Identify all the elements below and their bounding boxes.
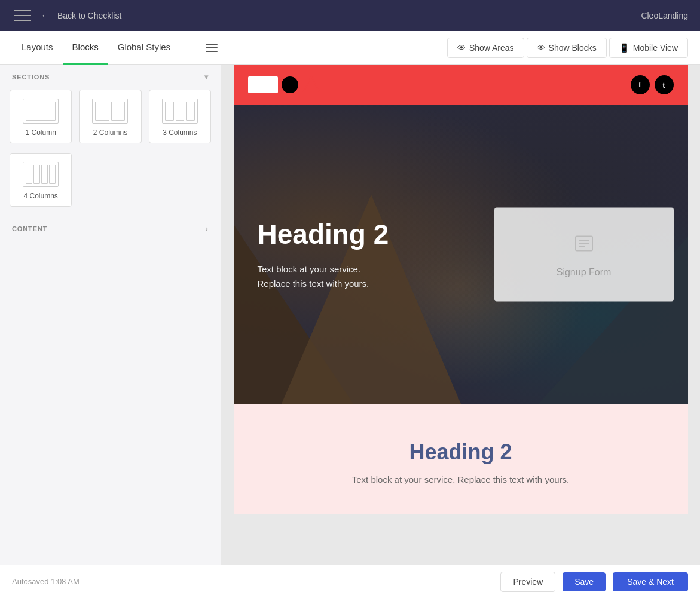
chevron-down-icon: ▾ [204,73,209,81]
sections-header[interactable]: SECTIONS ▾ [0,65,221,90]
tab-global-styles[interactable]: Global Styles [108,31,180,65]
autosave-status: Autosaved 1:08 AM [12,577,80,586]
mobile-view-button[interactable]: 📱 Mobile View [609,38,688,58]
layout-4-columns[interactable]: 4 Columns [10,153,72,207]
hamburger-menu-icon[interactable] [202,38,221,57]
layout-grid-row2: 4 Columns [0,153,221,216]
hero-text: Text block at your service.Replace this … [258,262,437,291]
social-icons: f t [631,75,674,94]
layout-grid: 1 Column 2 Columns 3 Columns [0,90,221,153]
layout-3-columns[interactable]: 3 Columns [149,90,211,143]
tab-layouts[interactable]: Layouts [12,31,63,65]
preview-button[interactable]: Preview [500,572,555,592]
editor-toolbar: Layouts Blocks Global Styles 👁 Show Area… [0,31,700,65]
logo-triangle-icon [302,75,321,94]
twitter-icon: t [655,75,674,94]
back-to-checklist-link[interactable]: Back to Checklist [57,11,121,20]
canvas-area: f t Heading 2 Text block at your service… [221,65,700,565]
signup-form-label: Signup Form [557,267,612,278]
eye-blocks-icon: 👁 [537,43,545,53]
canvas-pink-section: Heading 2 Text block at your service. Re… [234,404,688,514]
pink-heading: Heading 2 [258,440,664,465]
content-section-header[interactable]: CONTENT › [0,216,221,241]
layout-2-columns[interactable]: 2 Columns [79,90,141,143]
facebook-icon: f [631,75,650,94]
logo-rectangle [248,76,278,93]
toolbar-tabs: Layouts Blocks Global Styles [12,31,180,65]
signup-form-placeholder: Signup Form [494,208,674,302]
top-navigation: ← Back to Checklist CleoLanding [0,0,700,31]
hero-heading: Heading 2 [258,218,437,250]
tab-blocks[interactable]: Blocks [63,31,108,65]
eye-areas-icon: 👁 [457,43,466,53]
form-icon [572,232,596,261]
chevron-right-icon: › [206,225,209,233]
site-logo [248,75,321,94]
save-and-next-button[interactable]: Save & Next [613,572,688,591]
app-name: CleoLanding [641,11,688,20]
canvas-content: f t Heading 2 Text block at your service… [234,65,688,514]
mobile-icon: 📱 [619,43,629,53]
pink-text: Text block at your service. Replace this… [258,474,664,484]
sidebar: SECTIONS ▾ 1 Column 2 Columns [0,65,221,565]
canvas-site-header: f t [234,65,688,105]
back-arrow-icon: ← [41,10,50,21]
show-blocks-button[interactable]: 👁 Show Blocks [527,38,607,58]
bottom-bar: Autosaved 1:08 AM Preview Save Save & Ne… [0,565,700,598]
toolbar-divider [197,39,197,57]
toolbar-view-actions: 👁 Show Areas 👁 Show Blocks 📱 Mobile View [447,38,688,58]
logo-circle [282,76,298,93]
canvas-hero-section: Heading 2 Text block at your service.Rep… [234,105,688,404]
main-layout: SECTIONS ▾ 1 Column 2 Columns [0,65,700,565]
layout-1-column[interactable]: 1 Column [10,90,72,143]
save-button[interactable]: Save [563,572,606,591]
hero-content: Heading 2 Text block at your service.Rep… [234,194,461,315]
show-areas-button[interactable]: 👁 Show Areas [447,38,524,58]
top-nav-left: ← Back to Checklist [12,5,121,26]
app-logo [12,5,33,26]
